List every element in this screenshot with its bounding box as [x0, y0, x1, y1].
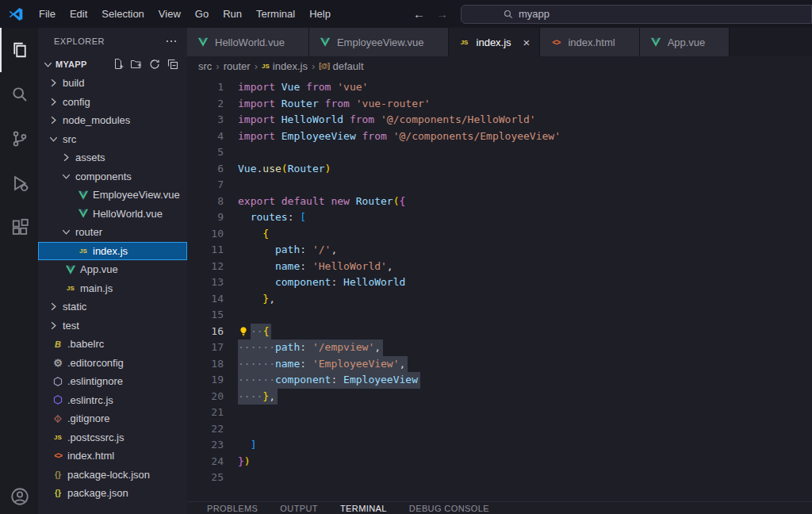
line-number[interactable]: 6	[187, 161, 224, 178]
tab-employeeview-vue[interactable]: EmployeeView.vue	[309, 28, 449, 56]
line-number[interactable]: 13	[187, 274, 224, 291]
line-number[interactable]: 19	[187, 372, 224, 389]
tree-item-babelrc[interactable]: B.babelrc	[38, 335, 187, 354]
line-number[interactable]: 5	[187, 144, 224, 161]
tree-item-helloworld-vue[interactable]: HelloWorld.vue	[38, 205, 187, 224]
code-line-9[interactable]: 9 routes: [	[187, 209, 812, 226]
line-number[interactable]: 15	[187, 307, 224, 324]
line-number[interactable]: 17	[187, 339, 224, 356]
tree-item-index-js[interactable]: JSindex.js	[38, 242, 187, 261]
line-number[interactable]: 21	[187, 405, 224, 421]
line-number[interactable]: 23	[187, 437, 224, 454]
new-file-icon[interactable]	[112, 58, 124, 71]
activity-search[interactable]	[0, 72, 38, 117]
menu-selection[interactable]: Selection	[94, 5, 151, 23]
menu-terminal[interactable]: Terminal	[249, 5, 302, 23]
tree-item-postcssrc-js[interactable]: JS.postcssrc.js	[38, 428, 187, 447]
code-line-24[interactable]: 24})	[187, 454, 812, 470]
line-number[interactable]: 10	[187, 226, 224, 243]
code-line-23[interactable]: 23 ]	[187, 437, 812, 454]
line-number[interactable]: 24	[187, 454, 224, 470]
code-line-2[interactable]: 2import Router from 'vue-router'	[187, 96, 812, 113]
more-actions-icon[interactable]	[165, 35, 178, 48]
tree-item-node-modules[interactable]: node_modules	[38, 111, 187, 130]
activity-extensions[interactable]	[0, 205, 38, 250]
tree-item-src[interactable]: src	[38, 130, 187, 149]
refresh-icon[interactable]	[148, 58, 161, 71]
line-number[interactable]: 16	[187, 324, 224, 340]
line-number[interactable]: 2	[187, 96, 224, 113]
line-number[interactable]: 18	[187, 356, 224, 373]
code-line-19[interactable]: 19······component: EmployeeView	[187, 372, 812, 389]
line-number[interactable]: 22	[187, 421, 224, 438]
menu-edit[interactable]: Edit	[63, 5, 94, 23]
menu-go[interactable]: Go	[188, 5, 216, 23]
tree-item-router[interactable]: router	[38, 223, 187, 242]
collapse-all-icon[interactable]	[167, 58, 179, 71]
line-number[interactable]: 12	[187, 259, 224, 275]
code-line-13[interactable]: 13 component: HelloWorld	[187, 274, 812, 291]
tab-index-js[interactable]: JSindex.js×	[449, 28, 541, 56]
menu-view[interactable]: View	[151, 5, 188, 23]
code-line-22[interactable]: 22	[187, 421, 812, 438]
tree-item-build[interactable]: build	[38, 74, 187, 93]
tree-item-main-js[interactable]: JSmain.js	[38, 279, 187, 298]
lightbulb-icon[interactable]	[238, 326, 249, 337]
tree-item-components[interactable]: components	[38, 167, 187, 186]
panel-tab-output[interactable]: OUTPUT	[279, 502, 319, 514]
code-line-12[interactable]: 12 name: 'HelloWorld',	[187, 259, 812, 275]
menu-file[interactable]: File	[32, 5, 63, 23]
line-number[interactable]: 11	[187, 242, 224, 259]
tab-app-vue[interactable]: App.vue	[640, 28, 730, 56]
menu-run[interactable]: Run	[216, 5, 249, 23]
line-number[interactable]: 14	[187, 291, 224, 308]
tree-item-assets[interactable]: assets	[38, 148, 187, 167]
panel-tab-problems[interactable]: PROBLEMS	[206, 502, 259, 514]
tree-item-gitignore[interactable]: .gitignore	[38, 409, 187, 428]
breadcrumb-index-js[interactable]: JSindex.js	[262, 60, 308, 72]
code-line-17[interactable]: 17······path: '/empview',	[187, 339, 812, 356]
tree-item-app-vue[interactable]: App.vue	[38, 260, 187, 279]
code-line-20[interactable]: 20····},	[187, 389, 812, 405]
tree-item-test[interactable]: test	[38, 316, 187, 336]
code-line-3[interactable]: 3import HelloWorld from '@/components/He…	[187, 112, 812, 128]
tree-item-index-html[interactable]: <>index.html	[38, 447, 187, 466]
panel-tab-terminal[interactable]: TERMINAL	[339, 502, 388, 514]
code-line-16[interactable]: 16··{	[187, 324, 812, 340]
nav-back-icon[interactable]: ←	[413, 7, 425, 21]
new-folder-icon[interactable]	[130, 58, 143, 71]
line-number[interactable]: 9	[187, 209, 224, 226]
code-line-15[interactable]: 15	[187, 307, 812, 324]
tree-item-static[interactable]: static	[38, 297, 187, 316]
breadcrumb-src[interactable]: src	[198, 60, 212, 72]
activity-account[interactable]	[0, 479, 38, 514]
tree-item-package-lock-json[interactable]: {}package-lock.json	[38, 466, 187, 485]
line-number[interactable]: 7	[187, 177, 224, 194]
nav-forward-icon[interactable]: →	[436, 7, 448, 21]
close-tab-icon[interactable]: ×	[523, 36, 530, 48]
activity-run-debug[interactable]	[0, 161, 38, 205]
line-number[interactable]: 3	[187, 112, 224, 128]
tree-item-package-json[interactable]: {}package.json	[38, 484, 187, 503]
tree-item-employeeview-vue[interactable]: EmployeeView.vue	[38, 186, 187, 205]
tab-index-html[interactable]: <>index.html	[540, 28, 639, 56]
tab-helloworld-vue[interactable]: HelloWorld.vue	[187, 28, 309, 56]
tree-item-eslintignore[interactable]: .eslintignore	[38, 372, 187, 391]
panel-tab-debug-console[interactable]: DEBUG CONSOLE	[408, 502, 490, 514]
code-line-10[interactable]: 10 {	[187, 226, 812, 243]
code-line-4[interactable]: 4import EmployeeView from '@/components/…	[187, 128, 812, 145]
tree-item-config[interactable]: config	[38, 93, 187, 112]
line-number[interactable]: 1	[187, 79, 224, 96]
code-line-18[interactable]: 18······name: 'EmployeeView',	[187, 356, 812, 373]
breadcrumb-router[interactable]: router	[224, 60, 251, 72]
line-number[interactable]: 25	[187, 470, 224, 486]
tree-item-editorconfig[interactable]: ⚙.editorconfig	[38, 354, 187, 373]
code-line-1[interactable]: 1import Vue from 'vue'	[187, 79, 812, 96]
code-line-25[interactable]: 25	[187, 470, 812, 486]
workspace-section-header[interactable]: MYAPP	[38, 55, 187, 74]
code-line-6[interactable]: 6Vue.use(Router)	[187, 161, 812, 178]
command-center-search[interactable]: myapp	[461, 5, 812, 24]
line-number[interactable]: 20	[187, 389, 224, 405]
line-number[interactable]: 8	[187, 194, 224, 210]
activity-explorer[interactable]	[0, 28, 38, 72]
